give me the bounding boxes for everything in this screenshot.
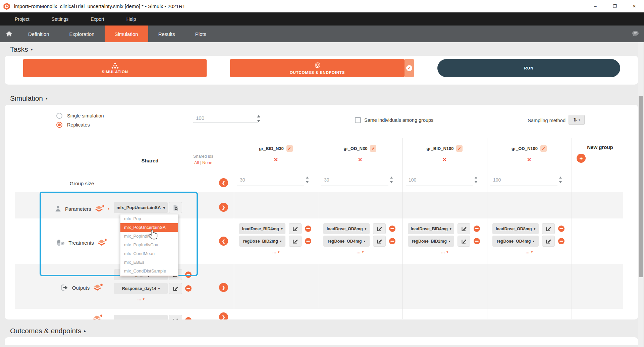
remove-button[interactable] xyxy=(474,238,480,244)
menu-settings[interactable]: Settings xyxy=(52,16,69,22)
treatment-dropdown[interactable]: loadDose_OD8mg▾ xyxy=(492,223,539,234)
remove-button[interactable] xyxy=(558,238,565,244)
remove-button[interactable] xyxy=(389,238,395,244)
scrollbar-thumb[interactable] xyxy=(639,96,643,277)
share-right-chevron-button[interactable]: ❯ xyxy=(219,203,228,212)
delete-group-button[interactable]: ✕ xyxy=(487,157,571,163)
inspect-parameters-button[interactable] xyxy=(169,202,182,213)
rename-group-button[interactable] xyxy=(456,145,463,152)
group-size-input[interactable]: 30 xyxy=(240,177,245,183)
size-decrement-arrow[interactable] xyxy=(475,181,477,183)
treatment-dropdown[interactable]: loadDose_BID4mg▾ xyxy=(408,223,454,234)
tab-plots[interactable]: Plots xyxy=(185,26,216,42)
tasks-section-title[interactable]: Tasks ▾ xyxy=(10,45,33,53)
dropdown-option[interactable]: mlx_CondDistSample xyxy=(120,267,178,276)
sampling-method-dropdown[interactable]: ⇅ ▾ xyxy=(569,115,585,125)
add-group-button[interactable]: + xyxy=(577,154,586,163)
menu-export[interactable]: Export xyxy=(91,16,104,22)
remove-button[interactable] xyxy=(389,226,395,232)
none-link[interactable]: None xyxy=(202,160,212,165)
feedback-button[interactable] xyxy=(631,30,639,39)
add-layer-icon[interactable] xyxy=(93,283,103,292)
rename-group-button[interactable] xyxy=(540,145,547,152)
vertical-scrollbar[interactable] xyxy=(638,42,643,347)
outcomes-section-title[interactable]: Outcomes & endpoints ▸ xyxy=(10,327,86,335)
replicates-count-input[interactable]: 100 xyxy=(193,114,258,123)
rename-group-button[interactable] xyxy=(370,145,376,152)
treatment-dropdown[interactable]: loadDose_OD8mg▾ xyxy=(323,223,370,234)
treatment-dropdown[interactable]: regDose_OD4mg▾ xyxy=(323,236,370,247)
more-treatments-button[interactable]: ...▾ xyxy=(234,249,318,254)
size-increment-arrow[interactable] xyxy=(475,177,477,179)
add-layer-icon[interactable] xyxy=(95,204,105,213)
rename-group-button[interactable] xyxy=(286,145,293,152)
outcomes-task-button[interactable]: OUTCOMES & ENDPOINTS xyxy=(230,59,405,77)
more-treatments-button[interactable]: ...▾ xyxy=(487,249,571,254)
dropdown-option[interactable]: mlx_PopIndivCov xyxy=(120,241,178,249)
remove-button[interactable] xyxy=(305,226,311,232)
shared-parameters-dropdown[interactable]: mlx_PopUncertainSA ▾ xyxy=(114,202,168,213)
size-decrement-arrow[interactable] xyxy=(559,181,562,183)
delete-group-button[interactable]: ✕ xyxy=(318,157,402,163)
replicates-increment-arrow[interactable] xyxy=(257,115,260,117)
home-button[interactable] xyxy=(0,26,18,42)
maximize-button[interactable]: ❐ xyxy=(605,0,625,12)
minimize-button[interactable]: – xyxy=(586,0,605,12)
edit-button[interactable] xyxy=(169,315,182,319)
dropdown-option[interactable]: mlx_CondMean xyxy=(120,249,178,258)
treatment-dropdown[interactable]: regDose_OD4mg▾ xyxy=(492,236,539,247)
edit-button[interactable] xyxy=(373,223,386,234)
tab-results[interactable]: Results xyxy=(148,26,185,42)
menu-help[interactable]: Help xyxy=(126,16,136,22)
edit-button[interactable] xyxy=(542,223,555,234)
remove-button[interactable] xyxy=(185,271,192,278)
treatment-dropdown[interactable]: regDose_BID2mg▾ xyxy=(239,236,285,247)
single-simulation-radio[interactable] xyxy=(56,113,62,119)
close-button[interactable]: ✕ xyxy=(625,0,644,12)
menu-project[interactable]: Project xyxy=(15,16,30,22)
size-increment-arrow[interactable] xyxy=(306,177,309,179)
delete-group-button[interactable]: ✕ xyxy=(234,157,318,163)
simulation-task-button[interactable]: SIMULATION xyxy=(23,59,207,77)
share-right-chevron-button[interactable]: ❯ xyxy=(219,312,228,319)
more-treatments-button[interactable]: ...▾ xyxy=(402,249,487,254)
more-outputs-button[interactable]: ... ▾ xyxy=(114,296,168,301)
group-size-input[interactable]: 100 xyxy=(493,177,501,183)
dropdown-option[interactable]: mlx_EBEs xyxy=(120,258,178,267)
remove-button[interactable] xyxy=(185,285,192,292)
treatment-dropdown[interactable]: loadDose_BID4mg▾ xyxy=(239,223,285,234)
size-decrement-arrow[interactable] xyxy=(390,181,393,183)
edit-button[interactable] xyxy=(458,223,470,234)
edit-button[interactable] xyxy=(289,223,302,234)
replicates-decrement-arrow[interactable] xyxy=(257,120,260,122)
delete-group-button[interactable]: ✕ xyxy=(402,157,487,163)
tab-definition[interactable]: Definition xyxy=(18,26,59,42)
edit-button[interactable] xyxy=(373,236,386,247)
tab-exploration[interactable]: Exploration xyxy=(59,26,105,42)
edit-button[interactable] xyxy=(458,236,470,247)
group-size-input[interactable]: 30 xyxy=(324,177,329,183)
run-button[interactable]: RUN xyxy=(437,59,620,77)
all-link[interactable]: All xyxy=(194,160,199,165)
tab-simulation[interactable]: Simulation xyxy=(105,26,148,42)
share-left-chevron-button[interactable]: ❮ xyxy=(219,178,228,187)
remove-button[interactable] xyxy=(558,226,565,232)
replicates-radio[interactable] xyxy=(56,122,62,128)
shared-output-button[interactable]: Response_day14 ▾ xyxy=(114,283,168,294)
share-right-chevron-button[interactable]: ❯ xyxy=(219,283,228,292)
more-treatments-button[interactable]: ...▾ xyxy=(318,249,402,254)
size-increment-arrow[interactable] xyxy=(559,177,562,179)
remove-button[interactable] xyxy=(305,238,311,244)
add-layer-icon[interactable] xyxy=(93,314,103,319)
group-size-input[interactable]: 100 xyxy=(409,177,416,183)
treatment-dropdown[interactable]: regDose_BID2mg▾ xyxy=(408,236,454,247)
remove-button[interactable] xyxy=(185,317,192,319)
edit-button[interactable] xyxy=(542,236,555,247)
remove-button[interactable] xyxy=(474,226,480,232)
edit-button[interactable] xyxy=(169,283,182,294)
caret-down-icon[interactable]: ▾ xyxy=(108,207,110,210)
same-individuals-checkbox[interactable] xyxy=(355,117,361,123)
simulation-section-title[interactable]: Simulation ▾ xyxy=(10,94,48,102)
add-layer-icon[interactable] xyxy=(97,238,107,247)
clipped-row-button[interactable] xyxy=(114,315,168,319)
